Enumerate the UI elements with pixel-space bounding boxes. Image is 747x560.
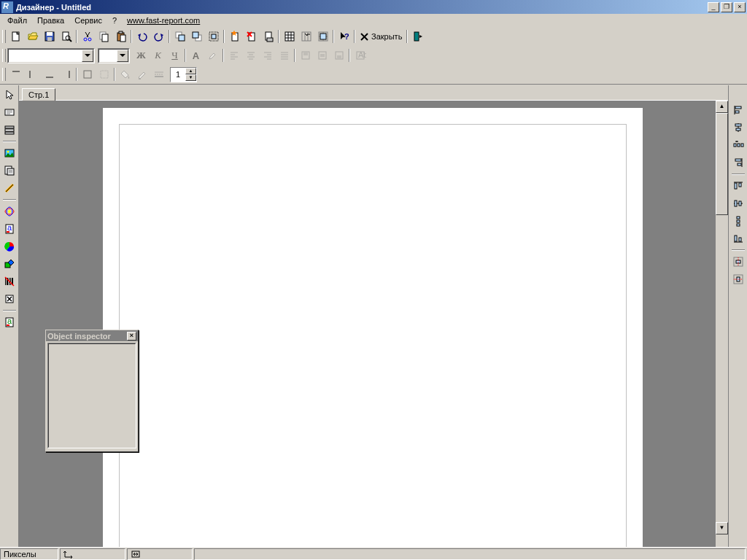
valign-top-button[interactable] [297, 47, 314, 63]
font-name-combo[interactable] [7, 48, 95, 63]
frame-top-button[interactable] [7, 66, 24, 82]
toolbar-grip[interactable] [1, 47, 6, 63]
chart-tool[interactable] [1, 238, 18, 254]
frame-width-spinner[interactable]: ▲▼ [170, 67, 197, 82]
valign-middle-button[interactable] [314, 47, 330, 63]
valign-bottom-button[interactable] [330, 47, 347, 63]
minimize-button[interactable]: _ [708, 2, 719, 12]
titlebar: Дизайнер - Untitled _ ❐ × [0, 0, 747, 14]
frame-color-button[interactable] [133, 66, 150, 82]
frame-right-button[interactable] [58, 66, 74, 82]
toolbar-grip[interactable] [1, 28, 6, 44]
scroll-thumb[interactable] [716, 113, 728, 215]
add-page-button[interactable]: ★ [226, 28, 243, 44]
select-all-button[interactable] [205, 28, 222, 44]
frame-all-button[interactable] [79, 66, 96, 82]
preview-button[interactable] [58, 28, 74, 44]
close-designer-button[interactable]: Закрыть [357, 28, 405, 44]
checkbox-tool[interactable] [1, 291, 18, 307]
whats-this-button[interactable]: ? [336, 28, 352, 44]
inspector-close-button[interactable]: × [127, 332, 136, 341]
menu-url[interactable]: www.fast-report.com [123, 15, 204, 26]
center-v-window-button[interactable] [730, 271, 746, 287]
copy-button[interactable] [96, 28, 112, 44]
fill-color-button[interactable] [117, 66, 133, 82]
redo-button[interactable] [150, 28, 167, 44]
vertical-scrollbar[interactable]: ▲ ▼ [716, 101, 728, 534]
frame-none-button[interactable] [96, 66, 112, 82]
rx-richtext-tool[interactable]: a [1, 314, 18, 330]
align-bottom-edges-button[interactable] [730, 230, 746, 246]
font-color-button[interactable]: A [187, 47, 204, 63]
page-settings-button[interactable] [260, 28, 276, 44]
align-right-edges-button[interactable] [730, 155, 746, 171]
right-toolbar [728, 85, 747, 547]
highlight-button[interactable] [204, 47, 221, 63]
canvas-viewport[interactable]: ▲ ▼ [19, 101, 728, 547]
align-center-button[interactable] [242, 47, 259, 63]
center-h-window-button[interactable] [730, 254, 746, 270]
scroll-down-button[interactable]: ▼ [716, 522, 728, 534]
align-h-center-button[interactable] [730, 120, 746, 136]
open-button[interactable] [24, 28, 41, 44]
space-v-button[interactable] [730, 213, 746, 229]
font-size-combo[interactable] [98, 48, 130, 63]
paste-button[interactable] [112, 28, 129, 44]
cut-button[interactable] [79, 28, 96, 44]
fit-grid-button[interactable] [314, 28, 331, 44]
snap-grid-button[interactable] [298, 28, 314, 44]
spinner-up[interactable]: ▲ [185, 68, 196, 74]
menu-service[interactable]: Сервис [70, 15, 107, 26]
object-inspector-panel[interactable]: Object inspector × [45, 330, 139, 452]
bold-button[interactable]: Ж [133, 47, 150, 63]
shape-tool[interactable] [1, 256, 18, 272]
svg-rect-14 [119, 31, 123, 34]
align-right-button[interactable] [259, 47, 276, 63]
undo-button[interactable] [133, 28, 150, 44]
spinner-down[interactable]: ▼ [185, 74, 196, 81]
canvas-page[interactable] [103, 108, 643, 547]
picture-tool[interactable] [1, 145, 18, 161]
underline-button[interactable]: Ч [166, 47, 183, 63]
text-tool[interactable] [1, 104, 18, 120]
select-tool[interactable] [1, 87, 18, 103]
frame-width-input[interactable] [171, 68, 185, 82]
svg-line-95 [6, 184, 13, 192]
align-top-edges-button[interactable] [730, 178, 746, 194]
delete-page-button[interactable] [243, 28, 260, 44]
tab-page1[interactable]: Стр.1 [22, 88, 55, 101]
align-justify-button[interactable] [276, 47, 293, 63]
exit-button[interactable] [409, 28, 426, 44]
subreport-tool[interactable] [1, 163, 18, 179]
status-position [60, 548, 125, 560]
align-v-center-button[interactable] [730, 195, 746, 211]
close-button[interactable]: × [734, 2, 746, 12]
align-left-button[interactable] [225, 47, 242, 63]
italic-button[interactable]: К [150, 47, 166, 63]
menu-help[interactable]: ? [108, 15, 121, 26]
inspector-titlebar[interactable]: Object inspector × [46, 330, 138, 341]
draw-line-tool[interactable] [1, 180, 18, 196]
frame-left-button[interactable] [24, 66, 41, 82]
text-rotate-button[interactable]: Ab [352, 47, 368, 63]
barcode-tool[interactable] [1, 273, 18, 289]
richtext-tool[interactable]: a [1, 221, 18, 237]
band-tool[interactable] [1, 122, 18, 138]
svg-rect-3 [47, 37, 52, 41]
frame-style-button[interactable] [150, 66, 167, 82]
save-button[interactable] [41, 28, 58, 44]
ole-tool[interactable] [1, 203, 18, 219]
space-h-button[interactable] [730, 137, 746, 153]
svg-rect-1 [45, 32, 54, 41]
bring-front-button[interactable] [171, 28, 188, 44]
new-button[interactable] [7, 28, 24, 44]
restore-button[interactable]: ❐ [721, 2, 732, 12]
send-back-button[interactable] [188, 28, 205, 44]
frame-bottom-button[interactable] [41, 66, 58, 82]
menu-file[interactable]: Файл [3, 15, 31, 26]
grid-button[interactable] [281, 28, 298, 44]
align-left-edges-button[interactable] [730, 102, 746, 118]
toolbar-grip[interactable] [1, 66, 6, 82]
scroll-up-button[interactable]: ▲ [716, 101, 728, 113]
menu-edit[interactable]: Правка [33, 15, 69, 26]
